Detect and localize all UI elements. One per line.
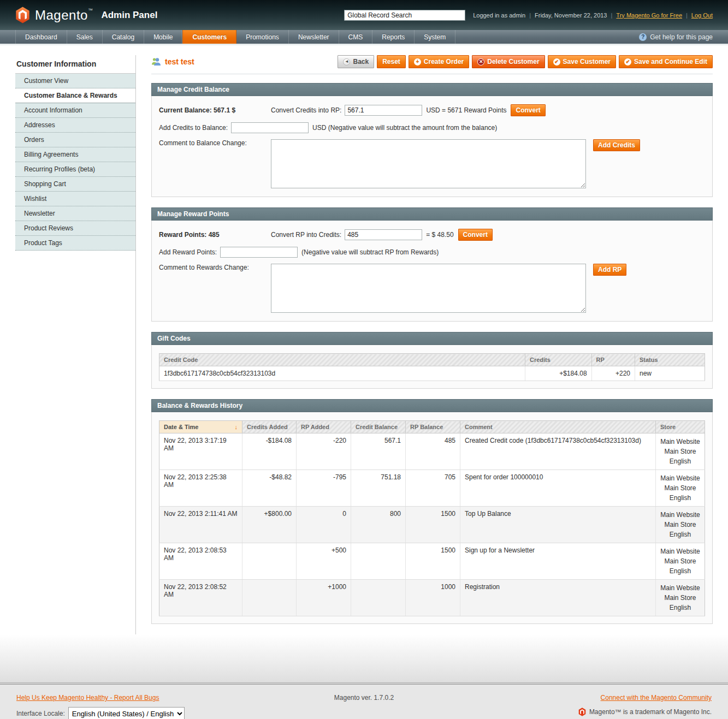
store-line: English: [660, 493, 700, 503]
add-rp-button[interactable]: Add RP: [593, 264, 626, 276]
history-store: Main WebsiteMain StoreEnglish: [656, 470, 705, 507]
history-col-date-time[interactable]: Date & Time↓: [159, 421, 242, 433]
nav-item-cms[interactable]: CMS: [339, 30, 373, 44]
save-continue-button[interactable]: ✔ Save and Continue Edit: [619, 55, 713, 68]
reset-label: Reset: [382, 58, 400, 66]
gift-codes-table: Credit CodeCreditsRPStatus 1f3dbc6171747…: [159, 353, 705, 381]
main-nav: DashboardSalesCatalogMobileCustomersProm…: [0, 30, 728, 45]
sidebar-item-shopping-cart[interactable]: Shopping Cart: [15, 177, 135, 192]
locale-select[interactable]: English (United States) / English: [68, 707, 185, 719]
header-meta: Logged in as admin | Friday, November 22…: [473, 12, 713, 19]
sidebar-item-recurring-profiles-beta[interactable]: Recurring Profiles (beta): [15, 162, 135, 177]
history-col-rp-balance[interactable]: RP Balance: [406, 421, 460, 433]
history-col-rp-added[interactable]: RP Added: [297, 421, 351, 433]
history-section: Balance & Rewards History Date & Time↓Cr…: [151, 399, 713, 624]
gift-codes-header: Gift Codes: [151, 332, 713, 345]
history-store: Main WebsiteMain StoreEnglish: [656, 433, 705, 470]
history-rp-added: +1000: [297, 580, 351, 616]
history-credits-added: [242, 543, 297, 580]
add-credits-input[interactable]: [231, 122, 309, 133]
nav-item-sales[interactable]: Sales: [67, 30, 103, 44]
history-date: Nov 22, 2013 2:25:38 AM: [159, 470, 242, 507]
magento-logo-icon: [15, 7, 30, 23]
nav-item-promotions[interactable]: Promotions: [236, 30, 289, 44]
history-col-credits-added[interactable]: Credits Added: [242, 421, 297, 433]
delete-customer-label: Delete Customer: [487, 58, 539, 66]
convert-rp-input[interactable]: [345, 229, 422, 240]
save-customer-button[interactable]: ✔ Save Customer: [548, 55, 616, 68]
history-comment: Spent for order 100000010: [460, 470, 656, 507]
delete-customer-button[interactable]: ✕ Delete Customer: [472, 55, 544, 68]
sort-desc-icon: ↓: [235, 424, 238, 430]
nav-item-reports[interactable]: Reports: [372, 30, 415, 44]
reward-points-section: Manage Reward Points Reward Points: 485 …: [151, 207, 713, 322]
divider: [151, 74, 713, 74]
convert-credits-input[interactable]: [345, 105, 422, 116]
sidebar-item-product-tags[interactable]: Product Tags: [15, 236, 135, 251]
comment-balance-textarea[interactable]: [271, 139, 586, 188]
sidebar-item-account-information[interactable]: Account Information: [15, 103, 135, 118]
add-credits-button[interactable]: Add Credits: [593, 139, 640, 151]
nav-item-system[interactable]: System: [415, 30, 455, 44]
history-comment: Created Credit code (1f3dbc617174738c0cb…: [460, 433, 656, 470]
convert-credits-button[interactable]: Convert: [511, 104, 545, 116]
nav-item-customers[interactable]: Customers: [182, 30, 236, 44]
history-credit-balance: 751.18: [351, 470, 406, 507]
history-credits-added: +$800.00: [242, 507, 297, 543]
gift-col-status: Status: [635, 354, 705, 366]
history-col-comment[interactable]: Comment: [460, 421, 656, 433]
logout-link[interactable]: Log Out: [691, 12, 713, 19]
sidebar-item-addresses[interactable]: Addresses: [15, 118, 135, 133]
footer-right: Connect with the Magento Community Magen…: [480, 694, 712, 719]
convert-credits-suffix: USD = 5671 Reward Points: [426, 106, 506, 114]
store-line: English: [660, 530, 700, 539]
sidebar-item-customer-view[interactable]: Customer View: [15, 73, 135, 88]
store-line: Main Website: [660, 583, 700, 593]
help-icon: ?: [639, 33, 647, 41]
convert-rp-label: Convert RP into Credits:: [271, 231, 341, 239]
sidebar-item-newsletter[interactable]: Newsletter: [15, 206, 135, 221]
convert-rp-button[interactable]: Convert: [458, 229, 493, 241]
history-date: Nov 22, 2013 2:11:41 AM: [159, 507, 242, 543]
sidebar-item-product-reviews[interactable]: Product Reviews: [15, 221, 135, 236]
nav-item-dashboard[interactable]: Dashboard: [15, 30, 67, 44]
save-customer-label: Save Customer: [563, 58, 611, 66]
plus-icon: +: [414, 58, 421, 66]
footer-left: Help Us Keep Magento Healthy - Report Al…: [16, 694, 248, 719]
save-continue-label: Save and Continue Edit: [634, 58, 707, 66]
global-search-input[interactable]: [344, 10, 465, 21]
credit-balance-header: Manage Credit Balance: [151, 83, 713, 96]
report-bugs-link[interactable]: Help Us Keep Magento Healthy - Report Al…: [16, 694, 159, 702]
history-col-credit-balance[interactable]: Credit Balance: [351, 421, 406, 433]
sidebar-item-wishlist[interactable]: Wishlist: [15, 192, 135, 206]
reset-button[interactable]: Reset: [377, 55, 406, 68]
store-line: English: [660, 566, 700, 576]
customer-icon: [151, 57, 161, 66]
history-row: Nov 22, 2013 3:17:19 AM-$184.08-220567.1…: [159, 433, 705, 470]
history-credit-balance: 567.1: [351, 433, 406, 470]
add-rp-input[interactable]: [220, 247, 298, 258]
gift-col-rp: RP: [591, 354, 635, 366]
help-link[interactable]: ? Get help for this page: [639, 30, 713, 44]
nav-item-newsletter[interactable]: Newsletter: [289, 30, 339, 44]
store-line: Main Website: [660, 473, 700, 483]
help-label: Get help for this page: [650, 33, 713, 41]
sidebar-item-billing-agreements[interactable]: Billing Agreements: [15, 147, 135, 162]
history-col-store[interactable]: Store: [656, 421, 705, 433]
nav-item-catalog[interactable]: Catalog: [103, 30, 144, 44]
separator: |: [529, 12, 531, 19]
separator: |: [686, 12, 688, 19]
back-button[interactable]: ◄ Back: [338, 55, 374, 68]
comment-rewards-textarea[interactable]: [271, 264, 586, 313]
back-arrow-icon: ◄: [343, 58, 350, 66]
convert-credits-label: Convert Credits into RP:: [271, 106, 341, 114]
sidebar-item-customer-balance-rewards[interactable]: Customer Balance & Rewards: [15, 88, 135, 103]
community-link[interactable]: Connect with the Magento Community: [601, 694, 712, 702]
try-magento-link[interactable]: Try Magento Go for Free: [616, 12, 682, 19]
sidebar-item-orders[interactable]: Orders: [15, 133, 135, 147]
add-credits-label: Add Credits to Balance:: [159, 124, 228, 132]
page-bottom-gradient: [0, 634, 728, 682]
create-order-button[interactable]: + Create Order: [409, 55, 469, 68]
nav-item-mobile[interactable]: Mobile: [144, 30, 182, 44]
history-rp-added: -795: [297, 470, 351, 507]
